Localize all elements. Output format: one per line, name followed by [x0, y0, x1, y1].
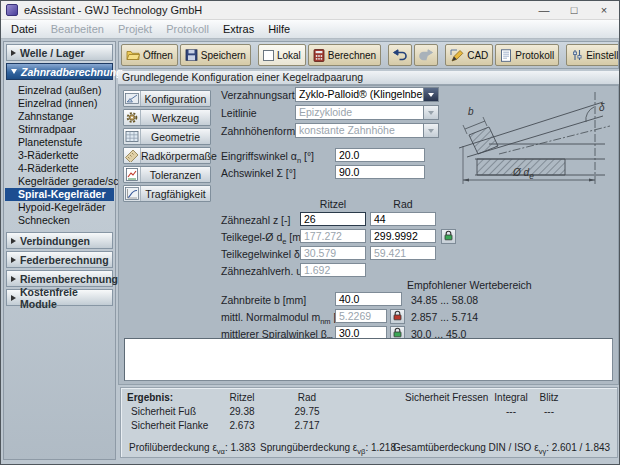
nav-geometrie-button[interactable]: Geometrie — [123, 128, 211, 145]
sidebar-item-zahnstange[interactable]: Zahnstange — [5, 110, 114, 123]
open-button[interactable]: Öffnen — [121, 44, 178, 66]
local-checkbox[interactable] — [263, 50, 274, 61]
minimize-button[interactable]: — — [529, 1, 559, 20]
sidebar-item-spiral-kegelraeder[interactable]: Spiral-Kegelräder — [5, 188, 114, 201]
redo-button — [414, 44, 438, 66]
results-rad-header: Rad — [280, 392, 334, 403]
nav-werkzeug-button[interactable]: Werkzeug — [123, 109, 211, 126]
app-window: eAssistant - GWJ Technology GmbH — □ × D… — [0, 0, 620, 465]
menubar: Datei Bearbeiten Projekt Protokoll Extra… — [1, 20, 619, 39]
rad-column-header: Rad — [370, 198, 436, 210]
chevron-down-icon — [423, 124, 438, 137]
eingriffswinkel-input[interactable]: 20.0 — [335, 148, 425, 162]
sidebar-section-riemenberechnung[interactable]: Riemenberechnung — [6, 270, 113, 287]
sidebar-item-schnecken[interactable]: Schnecken — [5, 214, 114, 227]
undo-icon — [393, 49, 407, 61]
menu-hilfe[interactable]: Hilfe — [261, 23, 297, 35]
teilkegel-lock-button[interactable] — [441, 229, 456, 244]
gesamtueberdeckung-value: Gesamtüberdeckung DIN / ISO εvγ: 2.601 /… — [393, 442, 610, 456]
flanke-ritzel-value: 2.673 — [215, 420, 269, 431]
achswinkel-input[interactable]: 90.0 — [335, 165, 425, 179]
nav-konfiguration-button[interactable]: Konfiguration — [123, 90, 211, 107]
calculate-button[interactable]: Berechnen — [308, 44, 381, 66]
zaehnezahlverhaeltnis-field: 1.692 — [300, 263, 366, 277]
sidebar-item-stirnradpaar[interactable]: Stirnradpaar — [5, 123, 114, 136]
document-icon — [500, 49, 512, 62]
nav-toleranzen-button[interactable]: Toleranzen — [123, 166, 211, 183]
zaehnezahl-label: Zähnezahl z [-] — [221, 214, 290, 226]
results-ritzel-header: Ritzel — [215, 392, 269, 403]
flanke-rad-value: 2.717 — [280, 420, 334, 431]
verzahnungsart-label: Verzahnungsart — [221, 89, 295, 101]
toolbar: Öffnen Speichern Lokal Berechnen — [118, 41, 619, 69]
chevron-down-icon[interactable] — [423, 88, 438, 101]
nav-radkoerpermasse-button[interactable]: Radkörpermaße — [123, 147, 211, 164]
sliders-icon — [571, 49, 583, 61]
tolerance-chart-icon — [124, 167, 141, 182]
sidebar-item-hypoid-kegelraeder[interactable]: Hypoid-Kegelräder — [5, 201, 114, 214]
cad-button[interactable]: CAD — [445, 44, 493, 66]
form-area: Konfiguration Werkzeug Geometrie Radkörp… — [118, 85, 619, 385]
chevron-right-icon — [11, 238, 16, 244]
sidebar-section-zahnradberechnung[interactable]: Zahnradberechnung — [6, 63, 113, 80]
close-button[interactable]: × — [589, 1, 619, 20]
chevron-down-icon — [423, 106, 438, 119]
sidebar-section-welle-lager[interactable]: Welle / Lager — [6, 44, 113, 61]
verzahnungsart-select[interactable]: Zyklo-Palloid® (Klingelnberg) — [295, 87, 439, 102]
maximize-button[interactable]: □ — [559, 1, 589, 20]
sidebar-item-list: Einzelrad (außen) Einzelrad (innen) Zahn… — [5, 82, 114, 231]
normalmodul-lock-button[interactable] — [390, 309, 405, 324]
chevron-right-icon — [11, 50, 16, 56]
folder-open-icon — [126, 49, 140, 61]
sidebar-section-kostenfreie-module[interactable]: Kostenfreie Module — [6, 289, 113, 306]
load-curve-icon — [124, 186, 141, 201]
undo-button[interactable] — [388, 44, 412, 66]
chevron-right-icon — [11, 295, 16, 301]
grid-icon — [124, 129, 141, 144]
save-icon — [185, 49, 198, 61]
gear-icon — [124, 110, 141, 125]
local-toggle[interactable]: Lokal — [258, 44, 306, 66]
sidebar-item-kegelraeder[interactable]: Kegelräder gerade/schräg — [5, 175, 114, 188]
menu-extras[interactable]: Extras — [216, 23, 261, 35]
teilkegelwinkel-ritzel-field: 30.579 — [300, 246, 366, 260]
results-blitz-header: Blitz — [527, 392, 571, 403]
leitlinie-select: Epizykloide — [295, 105, 439, 120]
zaehnezahl-rad-input[interactable]: 44 — [370, 212, 436, 226]
zahnbreite-input[interactable]: 40.0 — [335, 292, 402, 306]
ruler-icon — [124, 148, 141, 163]
teilkegel-ritzel-field: 177.272 — [300, 229, 366, 243]
redo-icon — [419, 49, 433, 61]
fuss-blitz-value: --- — [527, 406, 571, 417]
chevron-down-icon — [11, 69, 17, 74]
sidebar-item-3-raederkette[interactable]: 3-Räderkette — [5, 149, 114, 162]
sidebar-item-planetenstufe[interactable]: Planetenstufe — [5, 136, 114, 149]
zaehnezahl-ritzel-input[interactable]: 26 — [300, 212, 366, 226]
sidebar-section-federberechnung[interactable]: Federberechnung — [6, 251, 113, 268]
sidebar-section-verbindungen[interactable]: Verbindungen — [6, 232, 113, 249]
window-title: eAssistant - GWJ Technology GmbH — [24, 4, 202, 16]
sidebar-item-4-raederkette[interactable]: 4-Räderkette — [5, 162, 114, 175]
results-panel: Ergebnis: Ritzel Rad Sicherheit Fressen … — [120, 387, 618, 458]
nav-tragfaehigkeit-button[interactable]: Tragfähigkeit — [123, 185, 211, 202]
normalmodul-field: 5.2269 — [335, 309, 387, 323]
fuss-label: Sicherheit Fuß — [131, 406, 196, 417]
sidebar-item-einzelrad-innen[interactable]: Einzelrad (innen) — [5, 97, 114, 110]
menu-datei[interactable]: Datei — [4, 23, 44, 35]
menu-protokoll: Protokoll — [159, 23, 216, 35]
zahnbreite-label: Zahnbreite b [mm] — [221, 294, 306, 306]
ritzel-column-header: Ritzel — [300, 198, 366, 210]
eingriffswinkel-label: Eingriffswinkel αn [°] — [221, 150, 314, 165]
log-button[interactable]: Protokoll — [495, 44, 559, 66]
message-area[interactable] — [124, 338, 613, 381]
app-icon — [6, 4, 18, 16]
chevron-right-icon — [11, 257, 16, 263]
teilkegel-label: Teilkegel-Ø de [mm] — [221, 231, 313, 246]
settings-button[interactable]: Einstellungen — [566, 44, 619, 66]
save-button[interactable]: Speichern — [180, 44, 251, 66]
sidebar-item-einzelrad-aussen[interactable]: Einzelrad (außen) — [5, 84, 114, 97]
chevron-right-icon — [11, 276, 16, 282]
menu-projekt: Projekt — [111, 23, 159, 35]
teilkegel-rad-input[interactable]: 299.9992 — [370, 229, 436, 243]
leitlinie-label: Leitlinie — [221, 107, 257, 119]
